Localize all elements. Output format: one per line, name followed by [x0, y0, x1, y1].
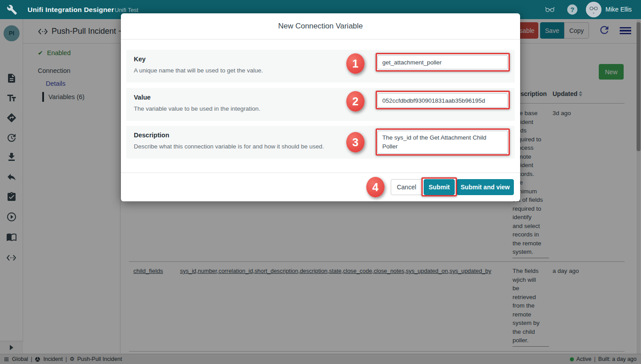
wrench-icon	[7, 4, 17, 15]
app-title: Unifi Integration Designer	[28, 0, 114, 19]
annotation-step-3: 3	[346, 132, 365, 152]
key-field-help: A unique name that will be used to get t…	[134, 67, 263, 74]
svg-text:?: ?	[570, 6, 574, 13]
annotation-box-value	[376, 91, 510, 109]
help-icon[interactable]: ?	[565, 4, 579, 16]
divider	[121, 172, 520, 173]
key-field-label: Key	[134, 56, 146, 63]
user-name[interactable]: Mike Ellis	[605, 0, 632, 19]
cancel-button[interactable]: Cancel	[391, 179, 422, 195]
annotation-step-1: 1	[346, 53, 365, 74]
annotation-box-submit	[421, 177, 457, 196]
value-field-label: Value	[134, 94, 151, 101]
annotation-step-4: 4	[366, 177, 385, 197]
divider	[121, 39, 520, 40]
app-window: Unifi Integration Designer Unifi Test ? …	[0, 0, 641, 364]
annotation-step-2: 2	[346, 91, 365, 112]
annotation-box-key	[376, 53, 510, 72]
value-field-help: The variable value to be used in the int…	[134, 105, 260, 112]
annotation-box-description	[376, 128, 510, 156]
user-avatar[interactable]	[586, 2, 601, 17]
glasses-icon[interactable]	[543, 4, 557, 16]
description-field-label: Description	[134, 132, 169, 139]
description-field-help: Describe what this connection variable i…	[134, 143, 324, 150]
submit-and-view-button[interactable]: Submit and view	[457, 179, 514, 195]
modal-title: New Connection Variable	[121, 13, 520, 39]
